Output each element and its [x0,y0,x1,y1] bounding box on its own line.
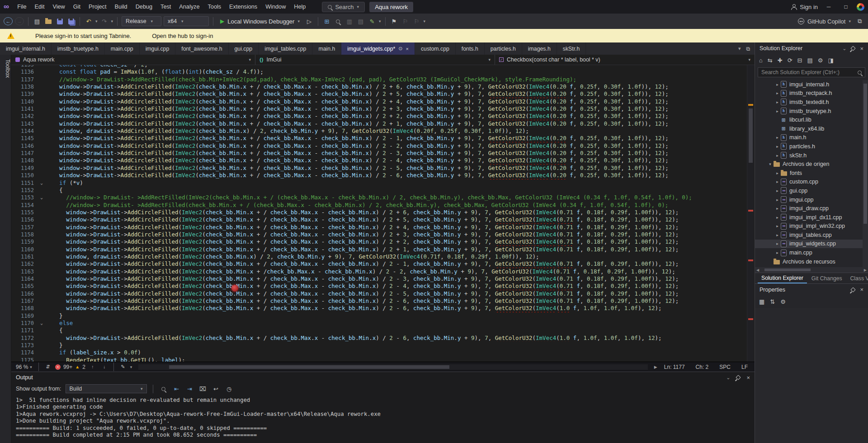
code-line[interactable]: 1159 window->DrawList->AddCircleFilled(I… [11,238,747,245]
chevron-right-icon[interactable]: ▸ [774,171,781,175]
code-line[interactable]: 1138 window->DrawList->AddCircleFilled(I… [11,83,747,90]
find-in-files-icon[interactable] [334,16,343,26]
solution-explorer-search[interactable]: Search Solution Explorer (Ctrl+;) [758,67,865,77]
home-icon[interactable]: ⌂ [759,57,763,64]
code-line[interactable]: 1149 window->DrawList->AddCircleFilled(I… [11,165,747,172]
alphabetical-icon[interactable]: ⇅ [770,298,775,305]
code-cleanup-icon[interactable]: ✎ [368,16,377,26]
chevron-down-icon[interactable]: ▾ [424,19,426,24]
menu-help[interactable]: Help [290,2,309,11]
code-line[interactable]: 1152 { [11,187,747,194]
code-line[interactable]: 1161 window, drawList->AddCircleFilled(I… [11,253,747,260]
code-line[interactable]: 1148 window->DrawList->AddCircleFilled(I… [11,157,747,164]
undo-dropdown-icon[interactable]: ▾ [95,19,98,24]
code-line[interactable]: 1165 window->DrawList->AddCircleFilled(I… [11,283,747,290]
chevron-right-icon[interactable]: ▸ [774,100,781,104]
chevron-right-icon[interactable]: ▸ [774,215,781,220]
eol-indicator[interactable]: LF [737,364,752,370]
code-line[interactable]: 1147 window->DrawList->AddCircleFilled(I… [11,150,747,157]
save-all-icon[interactable] [66,16,75,26]
switch-views-icon[interactable]: ⇆ [768,57,773,64]
collapse-all-icon[interactable]: ⊟ [797,57,802,64]
code-line[interactable]: 1157 window->DrawList->AddCircleFilled(I… [11,224,747,231]
code-line[interactable]: 1168 window->DrawList->AddCircleFilled(I… [11,305,747,312]
notification-action-link[interactable]: Open the hub to sign-in [152,33,213,39]
open-file-icon[interactable] [44,16,53,26]
solution-platforms-icon[interactable]: ⊞ [322,16,331,26]
chevron-right-icon[interactable]: ▸ [774,224,781,228]
tab-pin-icon[interactable]: ⊙ [398,46,402,52]
code-line[interactable]: 1172 window->DrawList->AddCircleFilled(I… [11,335,747,342]
properties-header[interactable]: Properties × [755,283,868,295]
scope-dropdown[interactable]: {} ImGui ▾ [255,55,495,65]
tree-item-imstb_truetype.h[interactable]: ▸imstb_truetype.h [755,107,868,116]
chevron-right-icon[interactable]: ▸ [774,250,781,255]
editor-horizontal-scrollbar[interactable] [138,364,647,370]
show-all-files-icon[interactable]: ▤ [807,57,812,64]
warning-count[interactable]: 2 [82,364,85,370]
code-line[interactable]: 1153⌄ //window-> DrawList- >AddRectFille… [11,194,747,201]
menu-edit[interactable]: Edit [31,2,48,11]
code-line[interactable]: 1171 { [11,327,747,334]
tree-item-particles.h[interactable]: ▸particles.h [755,142,868,151]
scroll-left-icon[interactable]: ◀ [756,268,759,272]
next-bookmark-icon[interactable]: ⚐ [412,16,421,26]
document-health-icon[interactable]: ⇵ [43,362,52,372]
output-lines[interactable]: 1> 51 functions had inline decision re-e… [11,395,755,438]
chevron-right-icon[interactable]: ▸ [774,206,781,211]
panel-tab-solution-explorer[interactable]: Solution Explorer [758,273,807,283]
navigate-forward-icon[interactable]: → [15,17,24,25]
float-window-icon[interactable]: ⧉ [746,46,750,52]
pending-changes-icon[interactable]: ✚ [778,57,783,64]
code-line[interactable]: 1162 window->DrawList->AddCircleFilled(I… [11,260,747,268]
code-line[interactable]: 1173 } [11,342,747,349]
tree-item-library_x64.lib[interactable]: library_x64.lib [755,124,868,133]
tab-imgui_widgets.cpp[interactable]: imgui_widgets.cpp*⊙× [341,42,415,55]
tab-gui.cpp[interactable]: gui.cpp [229,42,259,55]
output-source-combo[interactable]: Build ▾ [66,384,147,393]
navigate-backward-icon[interactable]: ← [4,17,13,25]
code-line[interactable]: 1145 window->DrawList->AddCircleFilled(I… [11,135,747,142]
code-line[interactable]: 1155 window->DrawList->AddCircleFilled(I… [11,209,747,216]
start-debugging-button[interactable]: ▶ Local Windows Debugger ▾ [217,18,302,25]
scrollbar-thumb[interactable] [764,269,811,271]
find-message-icon[interactable] [159,384,168,394]
send-feedback-icon[interactable]: ⧉ [855,16,864,26]
new-project-icon[interactable]: ▤ [33,16,42,26]
tree-item-main.h[interactable]: ▸main.h [755,133,868,142]
code-line[interactable]: 1146 window->DrawList->AddCircleFilled(I… [11,142,747,150]
chevron-right-icon[interactable]: ▸ [774,91,781,95]
code-line[interactable]: 1174 if (label_size.x > 0.0f) [11,349,747,356]
fold-chevron-icon[interactable]: ⌄ [38,320,46,327]
tree-item-imgui_internal.h[interactable]: ▸imgui_internal.h [755,80,868,89]
menu-file[interactable]: File [14,2,30,11]
scrollbar-thumb[interactable] [169,365,449,369]
column-indicator[interactable]: Ch: 2 [692,364,713,370]
start-without-debugging-icon[interactable]: ▷ [305,16,314,26]
tab-main.h[interactable]: main.h [312,42,341,55]
next-message-icon[interactable]: ⇥ [185,384,194,394]
tab-particles.h[interactable]: particles.h [485,42,522,55]
tree-item-imstb_textedit.h[interactable]: ▸imstb_textedit.h [755,98,868,107]
tree-item-imgui_widgets.cpp[interactable]: ▸imgui_widgets.cpp [755,240,868,249]
code-line[interactable]: 1137 //window-> DrawList->AddRectFilled(… [11,76,747,83]
tab-imstb_truetype.h[interactable]: imstb_truetype.h [52,42,105,55]
menu-window[interactable]: Window [262,2,289,11]
menu-extensions[interactable]: Extensions [226,2,261,11]
comment-icon[interactable]: ▥ [345,16,354,26]
bookmark-icon[interactable]: ⚑ [390,16,399,26]
code-editor[interactable]: 1135 const float check_sz / 2,1136 const… [11,65,747,362]
member-dropdown[interactable]: ✓ Checkbox(const char * label, bool * v)… [495,55,755,65]
code-line[interactable]: 1163 window->DrawList->AddCircleFilled(I… [11,268,747,275]
code-line[interactable]: 1156 window->DrawList->AddCircleFilled(I… [11,216,747,223]
tab-images.h[interactable]: images.h [522,42,557,55]
tab-custom.cpp[interactable]: custom.cpp [415,42,456,55]
property-pages-icon[interactable]: ⚙ [780,298,786,305]
redo-dropdown-icon[interactable]: ▾ [111,19,113,24]
menu-build[interactable]: Build [111,2,131,11]
menu-debug[interactable]: Debug [132,2,156,11]
code-line[interactable]: 1164 window->DrawList->AddCircleFilled(I… [11,275,747,283]
github-copilot-button[interactable]: GitHub Copilot ▾ [798,18,851,25]
zoom-control[interactable]: 96 % ▾ [14,364,34,370]
pin-icon[interactable] [851,287,856,292]
